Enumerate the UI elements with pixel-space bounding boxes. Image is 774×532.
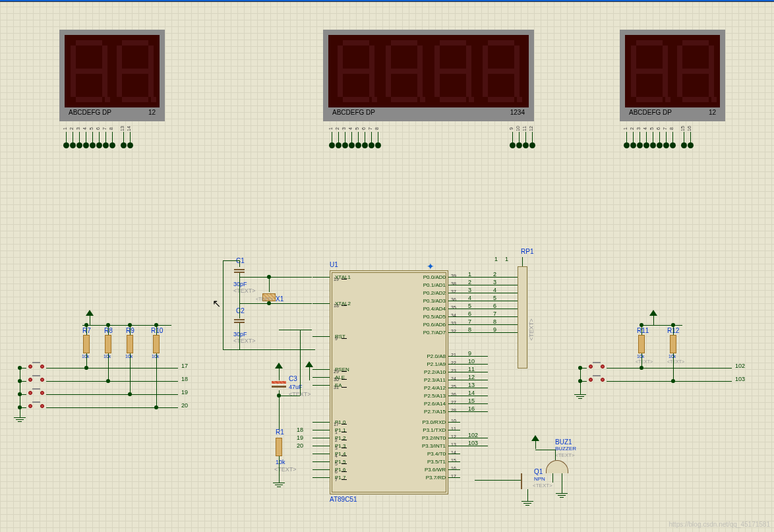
pin-name: P2.1/A9 [409, 361, 446, 367]
display-2digit-left[interactable]: ABCDEFG DP 12 [59, 30, 165, 121]
pin-name: P2.5/A13 [409, 393, 446, 399]
wire [90, 316, 90, 325]
pin-name: P2.7/A15 [409, 409, 446, 415]
junction [84, 366, 88, 370]
res-r9[interactable] [127, 335, 133, 353]
button-s4[interactable] [26, 404, 46, 411]
button-s5[interactable] [587, 365, 607, 371]
junction [267, 275, 271, 279]
gnd-right-btns [574, 394, 586, 399]
transistor-q1[interactable] [521, 473, 522, 489]
wire [673, 353, 674, 381]
x1-ref: X1 [276, 295, 283, 303]
rp1-text: <TEXT> [528, 318, 535, 341]
wire [313, 461, 330, 462]
wire [223, 349, 315, 350]
display-4digit-mid[interactable]: ABCDEFG DP 1234 [323, 30, 534, 121]
pin-name: P3.5/T1 [409, 459, 446, 465]
r1-val: 10k [276, 459, 285, 465]
disp-mid-coms: 1234 [510, 109, 525, 116]
net-label: 6 [468, 310, 471, 317]
wire [607, 368, 732, 369]
wire [313, 336, 330, 337]
wire [309, 367, 310, 380]
buz-val: BUZZER [555, 446, 576, 452]
disp-mid-segs: ABCDEFG DP [332, 109, 375, 116]
pin-name: XTAL2 [335, 301, 351, 307]
pin-name: P1.5 [335, 459, 345, 465]
pin-name: P2.6/A14 [409, 401, 446, 407]
wire [562, 483, 562, 493]
wire [239, 277, 240, 313]
c2-ref: C2 [236, 307, 245, 314]
junction [106, 379, 110, 383]
res-r7[interactable] [83, 335, 90, 353]
wire [488, 316, 518, 317]
disp-right-segs: ABCDEFG DP [629, 109, 672, 116]
gnd-r1 [273, 483, 285, 487]
wire [313, 377, 330, 378]
r11-val: 10k [637, 354, 644, 359]
q1-text: <TEXT> [533, 483, 552, 488]
cap-c3[interactable] [272, 381, 286, 390]
wire [607, 381, 732, 382]
r11-ref: R11 [637, 327, 649, 334]
wire [475, 480, 521, 481]
junction [84, 323, 88, 327]
r1-text: <TEXT> [274, 466, 297, 473]
wire [535, 450, 555, 450]
wire [448, 469, 460, 470]
pin-name: P1.2 [335, 435, 345, 441]
net-label: 11 [468, 366, 475, 372]
junction [154, 323, 158, 327]
pins-right-seg: 1 2 3 4 5 6 7 8 [623, 125, 676, 148]
r9-val: 10k [125, 354, 133, 359]
button-s3[interactable] [26, 391, 46, 398]
wire [156, 353, 157, 407]
rpack-rp1[interactable] [518, 266, 527, 369]
wire [313, 430, 330, 430]
c2-text: <TEXT> [233, 338, 256, 344]
net-17: 17 [181, 363, 188, 369]
button-s1[interactable] [26, 365, 46, 371]
junction [671, 323, 675, 327]
res-r8[interactable] [105, 335, 111, 353]
disp-left-segs: ABCDEFG DP [69, 109, 111, 116]
pin-name: P1.7 [335, 475, 345, 481]
button-s6[interactable] [587, 378, 607, 384]
r12-text: <TEXT> [667, 359, 684, 364]
wire [448, 461, 460, 462]
display-2digit-right[interactable]: ABCDEFG DP 12 [620, 30, 725, 121]
pin-name: P3.1/TXD [409, 427, 446, 433]
wire [130, 353, 131, 394]
pin-name: P1.1 [335, 427, 345, 433]
res-r12[interactable] [670, 335, 676, 353]
wire [448, 477, 460, 478]
rp1-pin1b: 1 [505, 256, 508, 262]
net-label: 4 [468, 295, 471, 301]
res-r1[interactable] [276, 438, 282, 456]
pin-name: P2.3/A11 [409, 377, 446, 383]
wire [448, 430, 460, 430]
wire [279, 456, 280, 483]
res-r11[interactable] [638, 335, 645, 353]
net-label: 8 [468, 326, 471, 333]
pin-name: P0.5/AD5 [409, 314, 446, 320]
pin-name: P1.0 [335, 419, 345, 425]
junction [578, 379, 582, 383]
gnd-q1 [521, 501, 533, 506]
pin-name: P0.6/AD6 [409, 322, 446, 328]
r10-ref: R10 [151, 327, 163, 334]
wire [313, 385, 330, 386]
pins-left-com: 13 14 [120, 125, 133, 148]
button-s2[interactable] [26, 378, 46, 384]
window-border-shadow [0, 1, 774, 2]
res-r10[interactable] [153, 335, 160, 353]
wire [313, 422, 330, 423]
buzzer[interactable] [546, 460, 568, 473]
net-label: 12 [468, 374, 475, 380]
junction [106, 323, 110, 327]
wire [46, 368, 178, 369]
junction [18, 379, 22, 383]
wire [522, 257, 523, 266]
